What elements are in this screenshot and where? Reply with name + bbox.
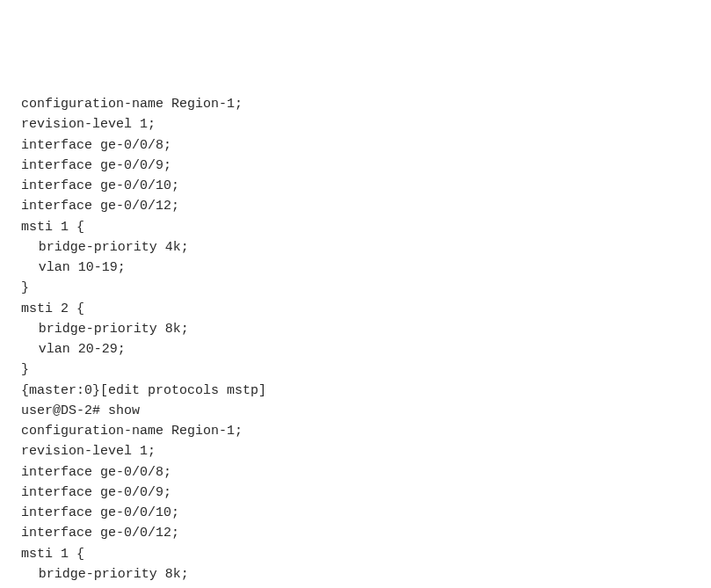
- config-line: vlan 20-29;: [21, 339, 690, 359]
- config-line: interface ge-0/0/10;: [21, 176, 690, 196]
- config-line: msti 1 {: [21, 544, 690, 564]
- config-line: configuration-name Region-1;: [21, 94, 690, 114]
- config-line: {master:0}[edit protocols mstp]: [21, 381, 690, 401]
- config-line: interface ge-0/0/12;: [21, 196, 690, 216]
- config-line: interface ge-0/0/8;: [21, 462, 690, 483]
- config-output: configuration-name Region-1;revision-lev…: [21, 94, 690, 588]
- config-line: msti 2 {: [21, 299, 690, 319]
- config-line: user@DS-2# show: [21, 401, 690, 421]
- config-line: interface ge-0/0/10;: [21, 503, 690, 523]
- config-line: interface ge-0/0/8;: [21, 135, 690, 156]
- config-line: vlan 10-19;: [21, 258, 690, 278]
- config-line: }: [21, 278, 690, 298]
- config-line: bridge-priority 4k;: [21, 237, 690, 258]
- config-line: vlan 10-19;: [21, 584, 690, 588]
- config-line: revision-level 1;: [21, 114, 690, 134]
- config-line: interface ge-0/0/9;: [21, 156, 690, 176]
- config-line: bridge-priority 8k;: [21, 319, 690, 339]
- config-line: configuration-name Region-1;: [21, 421, 690, 441]
- config-line: }: [21, 359, 690, 380]
- config-line: revision-level 1;: [21, 441, 690, 461]
- config-line: bridge-priority 8k;: [21, 564, 690, 584]
- config-line: interface ge-0/0/12;: [21, 523, 690, 543]
- config-line: interface ge-0/0/9;: [21, 483, 690, 503]
- config-line: msti 1 {: [21, 217, 690, 237]
